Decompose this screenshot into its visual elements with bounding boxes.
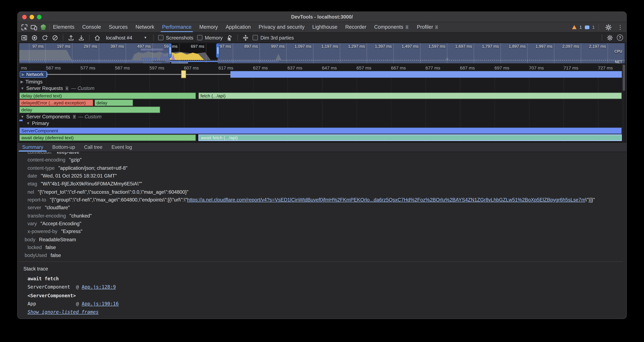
home-icon[interactable] — [94, 34, 100, 41]
garbage-collect-icon[interactable] — [226, 34, 233, 41]
details-tab[interactable]: Call tree — [84, 143, 102, 152]
server-components-track-label[interactable]: ▼ Server Components — Custom — [20, 114, 102, 120]
settings-gear-icon[interactable] — [605, 24, 612, 31]
timings-track-label[interactable]: ▶ Timings — [20, 79, 43, 85]
warning-count: 1 — [579, 25, 582, 30]
ruler-tick-label: 717 ms — [564, 65, 578, 70]
devtools-tab[interactable]: Network — [136, 22, 154, 32]
overview-tick-label: 397 ms — [100, 44, 124, 49]
devtools-tab[interactable]: Recorder — [345, 22, 366, 32]
collapsed-triangle-icon[interactable]: ▶ — [22, 72, 24, 77]
window-title: DevTools - localhost:3000/ — [18, 14, 626, 20]
clear-icon[interactable] — [52, 34, 58, 41]
extension-gem-icon[interactable] — [41, 24, 46, 30]
property-key: connection — [28, 152, 51, 155]
source-location-link[interactable]: App.js:128:9 — [82, 283, 116, 291]
download-profile-icon[interactable] — [78, 34, 84, 41]
property-row: content-type"application/json; charset=u… — [19, 164, 623, 172]
timeline-event-bar[interactable]: delay — [19, 106, 160, 113]
checkbox-box[interactable] — [197, 35, 202, 40]
details-tab[interactable]: Bottom-up — [52, 143, 75, 152]
frame-function: ServerComponent — [28, 283, 76, 291]
performance-toolbar: localhost #4 ▼ Screenshots Memory — [18, 33, 626, 43]
ruler-tick-label: 727 ms — [598, 65, 613, 70]
inspect-icon[interactable] — [21, 24, 28, 31]
timeline-event-bar[interactable]: fetch (.../api) — [198, 93, 622, 99]
dim-third-parties-checkbox[interactable]: Dim 3rd parties — [252, 35, 294, 41]
timeline-event-bar[interactable]: await delay (deferred text) — [19, 134, 196, 141]
devtools-tab[interactable]: Performance — [162, 22, 192, 32]
devtools-tab[interactable]: Application — [226, 22, 251, 32]
server-requests-track-label[interactable]: ▼ Server Requests — Custom — [20, 86, 94, 91]
overview-tick-label: 2,097 ms — [556, 44, 579, 49]
record-icon[interactable] — [31, 34, 38, 41]
upload-profile-icon[interactable] — [68, 34, 74, 41]
selected-timeline-event-bar[interactable]: await fetch (.../api) — [198, 134, 622, 141]
more-menu-icon[interactable]: ⋮ — [617, 24, 623, 30]
ruler-tick-label: 627 ms — [253, 65, 268, 70]
devtools-tab[interactable]: Lighthouse — [312, 22, 338, 32]
timeline-event-bar[interactable]: ServerComponent — [19, 127, 622, 134]
overview-tick-label: 1,697 ms — [448, 44, 472, 49]
property-value: "Accept-Encoding" — [40, 221, 81, 226]
property-row: bodyReadableStream — [19, 236, 623, 244]
network-request-bar[interactable] — [230, 71, 622, 78]
overview-tick-label: 297 ms — [73, 44, 97, 49]
devtools-tab[interactable]: Sources — [109, 22, 128, 32]
help-icon[interactable]: ? — [617, 35, 623, 41]
property-row: etag"W/\"4b1-RjEJloX9kRinu6F0MAZMmy6E5iA… — [19, 180, 623, 188]
flame-scrollbar-thumb[interactable] — [622, 65, 625, 91]
details-tab[interactable]: Event log — [112, 143, 132, 152]
group-color-swatch — [19, 120, 23, 121]
property-row: x-powered-by"Express" — [19, 228, 623, 236]
devtools-tab[interactable]: Elements — [53, 22, 74, 32]
ruler-tick-label: 607 ms — [184, 65, 199, 70]
window-left-handle[interactable] — [168, 43, 172, 58]
expanded-triangle-icon[interactable]: ▼ — [20, 86, 24, 90]
property-row: nel"{\"report_to\":\"cf-nel\",\"success_… — [19, 188, 623, 196]
report-url-link[interactable]: https://a.nel.cloudflare.com/report/v4?s… — [187, 197, 585, 203]
stack-frame: await fetch — [28, 275, 623, 283]
devtools-tab[interactable]: Components — [374, 22, 409, 32]
property-value: "application/json; charset=utf-8" — [58, 165, 128, 171]
overview-tick-label: 1,097 ms — [288, 44, 312, 49]
property-key: content-encoding — [28, 157, 66, 163]
show-ignore-listed-link[interactable]: Show ignore-listed frames — [28, 309, 99, 315]
panel-tabs: Elements Console Sources Network — [53, 22, 439, 32]
checkbox-box[interactable] — [158, 35, 164, 40]
flame-chart[interactable]: ms 567 ms577 ms587 ms597 ms607 ms617 ms6… — [19, 64, 622, 142]
memory-checkbox[interactable]: Memory — [197, 35, 223, 41]
selected-network-request[interactable] — [181, 70, 186, 78]
warning-icon[interactable] — [572, 25, 577, 29]
property-value: false — [50, 252, 61, 258]
devtools-tab[interactable]: Privacy and security — [258, 22, 304, 32]
overview-tick-label: 1,297 ms — [341, 44, 365, 49]
screenshots-checkbox[interactable]: Screenshots — [158, 35, 193, 41]
frame-function: await fetch — [28, 275, 76, 283]
timeline-event-bar[interactable]: delay (deferred text) — [19, 93, 196, 99]
property-row: server"cloudflare" — [19, 204, 623, 212]
collapsed-triangle-icon[interactable]: ▶ — [20, 80, 24, 84]
timeline-event-bar[interactable]: delay — [94, 100, 133, 106]
issues-icon[interactable] — [585, 25, 589, 29]
details-tab[interactable]: Summary — [22, 143, 43, 152]
checkbox-box[interactable] — [252, 35, 258, 40]
collapse-chart-icon[interactable] — [242, 34, 249, 41]
timeline-overview[interactable]: 97 ms197 ms297 ms397 ms497 ms597 ms697 m… — [19, 43, 625, 63]
network-track-label[interactable]: ▶ Network — [20, 71, 47, 78]
expanded-triangle-icon[interactable]: ▼ — [20, 115, 24, 119]
devtools-tab[interactable]: Console — [82, 22, 101, 32]
device-toolbar-icon[interactable] — [30, 24, 38, 31]
frame-function: App — [28, 300, 76, 308]
panel-settings-gear-icon[interactable] — [606, 34, 613, 41]
toggle-sidebar-icon[interactable] — [21, 34, 28, 41]
devtools-tab[interactable]: Memory — [199, 22, 218, 32]
primary-group-label[interactable]: ▼ Primary — [26, 120, 49, 126]
window-right-handle[interactable] — [216, 43, 219, 58]
profile-select[interactable]: localhost #4 ▼ — [104, 35, 149, 41]
timeline-event-bar-error[interactable]: delayedError (...ayed exception) — [19, 100, 93, 106]
devtools-tab[interactable]: Profiler — [417, 22, 439, 32]
source-location-link[interactable]: App.js:190:16 — [82, 300, 119, 308]
expanded-triangle-icon[interactable]: ▼ — [26, 121, 30, 125]
reload-record-icon[interactable] — [42, 34, 48, 41]
